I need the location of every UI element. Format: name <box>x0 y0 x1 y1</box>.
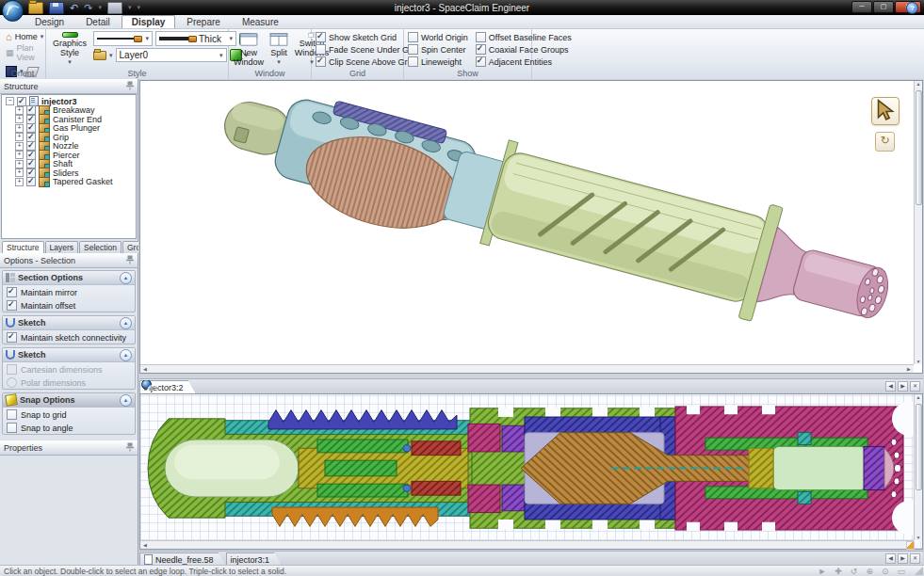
collapse-group-icon[interactable]: ▴ <box>120 317 132 329</box>
checkbox-icon[interactable] <box>7 409 17 420</box>
checkbox-icon[interactable] <box>7 423 17 433</box>
line-style-select[interactable]: ▾ <box>93 31 153 46</box>
grid-checkbox-row[interactable]: Clip Scene Above Grid <box>316 56 399 68</box>
undo-icon[interactable]: ↶ <box>70 3 78 13</box>
select-cursor-icon[interactable]: ► <box>818 567 826 576</box>
checkbox-icon[interactable] <box>316 32 326 42</box>
checkbox-icon[interactable] <box>316 44 326 55</box>
checkbox-icon[interactable] <box>7 332 17 343</box>
expand-icon[interactable] <box>15 106 24 115</box>
viewport-3d[interactable]: ↻ ▲ ▼ ◀ ▶ <box>139 80 923 374</box>
layer-select[interactable]: Layer0 ▾ <box>116 48 227 62</box>
snap-options-header[interactable]: Snap Options ▴ <box>3 393 135 408</box>
structure-tree-item[interactable]: Gas Plunger <box>2 124 136 134</box>
show-checkbox-row[interactable]: Lineweight <box>408 56 468 68</box>
pin-icon[interactable] <box>126 81 134 92</box>
scroll-up-icon[interactable]: ▲ <box>916 394 921 400</box>
show-checkbox-row[interactable]: Spin Center <box>408 43 468 56</box>
new-document-icon[interactable] <box>107 2 122 14</box>
scroll-up-icon[interactable]: ▲ <box>916 81 921 87</box>
viewport-resize-grip[interactable] <box>906 541 915 550</box>
scroll-right-icon[interactable]: ▶ <box>905 366 913 372</box>
option-row[interactable]: Polar dimensions <box>3 376 135 389</box>
expand-icon[interactable] <box>15 160 24 168</box>
collapse-group-icon[interactable]: ▴ <box>120 394 132 407</box>
open-icon[interactable] <box>28 2 43 14</box>
grid-checkbox-row[interactable]: Show Sketch Grid <box>316 31 399 43</box>
ribbon-tab[interactable]: Design <box>24 15 74 28</box>
option-row[interactable]: Maintain mirror <box>3 285 135 298</box>
option-row[interactable]: Cartesian dimensions <box>3 362 135 376</box>
structure-tree-item[interactable]: Canister End <box>2 115 136 124</box>
graphics-style-button[interactable]: Graphics Style ▾ <box>50 31 89 68</box>
collapse-group-icon[interactable]: ▴ <box>120 272 132 284</box>
pin-icon[interactable] <box>126 255 134 266</box>
scroll-thumb[interactable] <box>916 90 922 205</box>
checkbox-icon[interactable] <box>7 364 17 375</box>
scroll-left-icon[interactable]: ◀ <box>141 542 149 548</box>
grid-checkbox-row[interactable]: Fade Scene Under Grid <box>316 43 399 56</box>
structure-tree-item[interactable]: Tapered Gasket <box>2 178 136 187</box>
next-tab-icon[interactable]: ▶ <box>898 553 908 564</box>
prev-tab-icon[interactable]: ◀ <box>885 381 896 392</box>
sketch-dimensions-header[interactable]: Sketch ▴ <box>3 348 135 362</box>
help-icon[interactable]: ? <box>906 2 918 14</box>
redo-icon[interactable]: ↷ <box>84 3 92 13</box>
ribbon-tab[interactable]: Measure <box>232 15 289 28</box>
pan-icon[interactable]: ✚ <box>835 567 842 576</box>
save-icon[interactable] <box>49 2 64 14</box>
option-row[interactable]: Maintain sketch connectivity <box>3 330 135 344</box>
expand-icon[interactable] <box>15 142 24 151</box>
collapse-group-icon[interactable]: ▴ <box>120 349 132 361</box>
scroll-thumb[interactable] <box>916 404 922 490</box>
close-view-icon[interactable]: ✕ <box>910 381 920 392</box>
scroll-down-icon[interactable]: ▼ <box>916 359 921 364</box>
expand-icon[interactable] <box>15 124 24 133</box>
checkbox-icon[interactable] <box>7 287 17 297</box>
visibility-checkbox[interactable] <box>17 97 26 106</box>
checkbox-icon[interactable] <box>7 300 17 311</box>
checkbox-icon[interactable] <box>476 56 486 67</box>
dropdown-icon[interactable]: ▾ <box>98 4 102 11</box>
collapse-icon[interactable] <box>6 97 14 105</box>
prev-tab-icon[interactable]: ◀ <box>885 553 896 564</box>
expand-icon[interactable] <box>15 115 24 123</box>
checkbox-icon[interactable] <box>408 56 418 67</box>
structure-tree-item[interactable]: Piercer <box>2 151 136 160</box>
viewport-section-hscrollbar[interactable]: ◀ ▶ <box>140 540 914 549</box>
select-tool-button[interactable] <box>871 97 900 125</box>
viewport-section[interactable]: ▲ ▼ ◀ ▶ <box>139 393 923 550</box>
sketch-options-header[interactable]: Sketch ▴ <box>3 316 135 330</box>
checkbox-icon[interactable] <box>476 44 486 55</box>
expand-icon[interactable] <box>15 133 24 141</box>
option-row[interactable]: Snap to angle <box>3 421 135 434</box>
orbit-tool-button[interactable]: ↻ <box>875 132 895 152</box>
section-options-header[interactable]: Section Options ▴ <box>3 271 135 285</box>
viewport-3d-vscrollbar[interactable]: ▲ ▼ <box>914 81 922 364</box>
sidebar-tab[interactable]: Selection <box>79 241 122 253</box>
sidebar-tab[interactable]: Structure <box>2 241 44 253</box>
new-window-button[interactable]: New Window <box>233 31 265 68</box>
close-view-icon[interactable]: ✕ <box>910 553 920 564</box>
plan-view-button[interactable]: ▦ Plan View <box>4 42 41 63</box>
document-tab[interactable]: injector3:1 <box>226 552 283 566</box>
pin-icon[interactable] <box>126 442 134 454</box>
viewport-3d-hscrollbar[interactable]: ◀ ▶ <box>140 364 914 373</box>
home-button[interactable]: ⌂ Home ▾ <box>4 31 41 42</box>
checkbox-icon[interactable] <box>408 44 418 55</box>
show-checkbox-row[interactable]: World Origin <box>408 31 468 43</box>
document-tab[interactable]: Needle_free.58 <box>139 552 226 566</box>
checkbox-icon[interactable] <box>7 377 17 388</box>
zoom-window-icon[interactable]: ▭ <box>897 567 905 576</box>
document-tab[interactable]: injector3:2 <box>139 380 196 393</box>
structure-tree-item[interactable]: Breakaway <box>2 106 136 116</box>
expand-icon[interactable] <box>15 178 24 186</box>
zoom-extents-icon[interactable]: ⊙ <box>882 567 889 576</box>
option-row[interactable]: Maintain offset <box>3 298 135 312</box>
ribbon-tab[interactable]: Detail <box>75 15 121 28</box>
chevron-down-icon[interactable]: ▾ <box>109 52 113 59</box>
scroll-down-icon[interactable]: ▼ <box>916 535 921 540</box>
expand-icon[interactable] <box>15 168 24 177</box>
line-weight-select[interactable]: Thick ▾ <box>155 31 236 46</box>
viewport-section-vscrollbar[interactable]: ▲ ▼ <box>914 394 922 540</box>
